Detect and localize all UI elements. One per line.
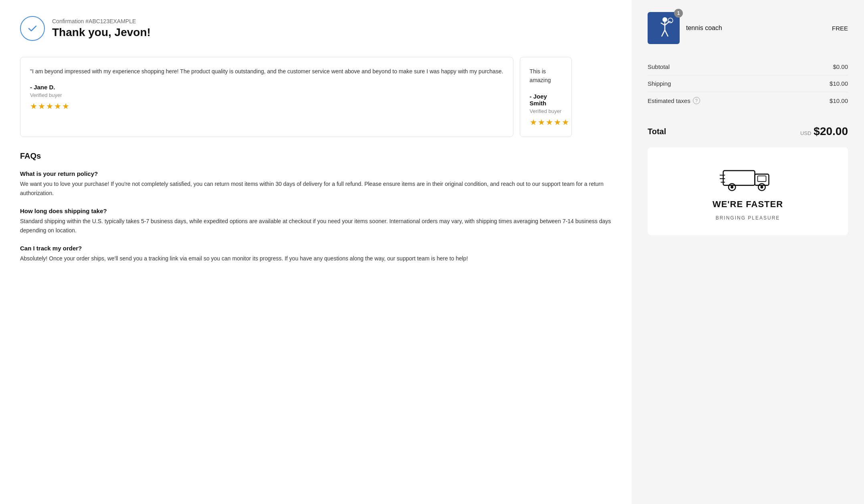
confirmation-header: Confirmation #ABC123EXAMPLE Thank you, J… xyxy=(20,16,612,41)
taxes-label: Estimated taxes xyxy=(648,97,690,104)
total-amount: $20.00 xyxy=(814,125,848,138)
taxes-info-icon[interactable]: ? xyxy=(693,97,700,104)
shipping-value: $10.00 xyxy=(830,80,848,87)
faq-answer-3: Absolutely! Once your order ships, we'll… xyxy=(20,254,612,263)
faq-question-3: Can I track my order? xyxy=(20,245,612,252)
faq-answer-1: We want you to love your purchase! If yo… xyxy=(20,179,612,198)
subtotal-label: Subtotal xyxy=(648,63,670,70)
svg-point-15 xyxy=(761,186,763,189)
svg-point-13 xyxy=(731,186,733,189)
truck-icon xyxy=(720,162,776,194)
faq-answer-2: Standard shipping within the U.S. typica… xyxy=(20,217,612,235)
faq-question-2: How long does shipping take? xyxy=(20,208,612,214)
total-row: Total USD $20.00 xyxy=(648,119,848,138)
reviewer-name-2: - Joey Smith xyxy=(530,93,562,107)
review-text-1: "I am beyond impressed with my experienc… xyxy=(30,67,503,76)
review-card-2: This is amazing - Joey Smith Verified bu… xyxy=(520,57,572,137)
delivery-banner: WE'RE FASTER BRINGING PLEASURE xyxy=(648,147,848,235)
reviews-container: "I am beyond impressed with my experienc… xyxy=(20,57,612,137)
svg-point-1 xyxy=(662,17,667,22)
taxes-value: $10.00 xyxy=(830,97,848,104)
right-panel: 1 tennis coach FREE Subtotal $0.00 Shipp… xyxy=(632,0,864,504)
shipping-label: Shipping xyxy=(648,80,671,87)
check-circle-icon xyxy=(20,16,45,41)
faqs-section: FAQs What is your return policy? We want… xyxy=(20,151,612,263)
confirmation-number: Confirmation #ABC123EXAMPLE xyxy=(52,18,151,24)
taxes-row: Estimated taxes ? $10.00 xyxy=(648,92,848,109)
total-currency: USD xyxy=(800,130,811,136)
left-panel: Confirmation #ABC123EXAMPLE Thank you, J… xyxy=(0,0,632,504)
subtotal-row: Subtotal $0.00 xyxy=(648,58,848,75)
product-image-wrap: 1 xyxy=(648,12,680,44)
reviewer-name-1: - Jane D. xyxy=(30,84,503,91)
svg-rect-9 xyxy=(723,171,755,185)
taxes-label-wrap: Estimated taxes ? xyxy=(648,97,700,104)
review-card-1: "I am beyond impressed with my experienc… xyxy=(20,57,513,137)
total-amount-wrap: USD $20.00 xyxy=(800,125,848,138)
stars-1: ★★★★★ xyxy=(30,101,503,111)
product-name: tennis coach xyxy=(686,24,826,32)
summary-table: Subtotal $0.00 Shipping $10.00 Estimated… xyxy=(648,58,848,109)
shipping-row: Shipping $10.00 xyxy=(648,75,848,92)
total-label: Total xyxy=(648,127,666,136)
faq-item-1: What is your return policy? We want you … xyxy=(20,170,612,198)
product-price: FREE xyxy=(832,25,848,32)
product-badge: 1 xyxy=(674,9,683,18)
faq-item-2: How long does shipping take? Standard sh… xyxy=(20,208,612,235)
product-image xyxy=(648,12,680,44)
faster-subtitle: BRINGING PLEASURE xyxy=(716,215,780,221)
header-text: Confirmation #ABC123EXAMPLE Thank you, J… xyxy=(52,18,151,39)
svg-rect-11 xyxy=(758,176,766,181)
verified-buyer-2: Verified buyer xyxy=(530,108,562,114)
faq-question-1: What is your return policy? xyxy=(20,170,612,177)
stars-2: ★★★★★ xyxy=(530,117,562,127)
faqs-title: FAQs xyxy=(20,151,612,161)
review-text-2: This is amazing xyxy=(530,67,562,85)
thank-you-heading: Thank you, Jevon! xyxy=(52,26,151,39)
product-row: 1 tennis coach FREE xyxy=(648,12,848,44)
verified-buyer-1: Verified buyer xyxy=(30,92,503,98)
subtotal-value: $0.00 xyxy=(833,63,848,70)
faq-item-3: Can I track my order? Absolutely! Once y… xyxy=(20,245,612,263)
faster-title: WE'RE FASTER xyxy=(713,199,783,210)
